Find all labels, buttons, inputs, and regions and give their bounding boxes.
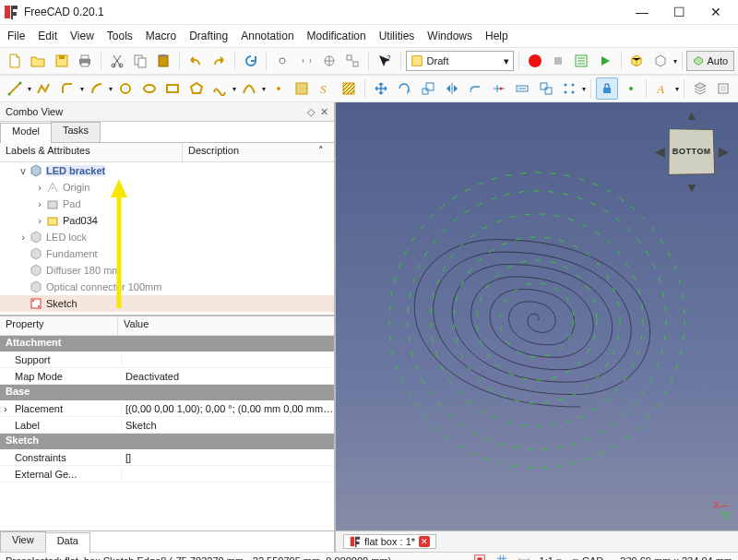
menu-macro[interactable]: Macro [146,30,176,42]
prop-col-property[interactable]: Property [0,316,118,335]
tree-item-pad034[interactable]: ›Pad034 [0,212,334,229]
copy-icon[interactable] [129,50,150,72]
move-icon[interactable] [370,77,392,100]
scale-icon[interactable] [417,77,439,100]
clone-icon[interactable] [535,77,557,100]
tab-model[interactable]: Model [0,123,52,143]
offset-icon[interactable] [464,77,486,100]
import-link-icon[interactable] [318,50,339,72]
whats-this-icon[interactable]: ? [374,50,395,72]
tree-scroll-up[interactable]: ˄ [308,143,334,161]
hatch-icon[interactable] [339,77,361,100]
tree-item-led-lock[interactable]: ›LED lock [0,229,334,245]
menu-drafting[interactable]: Drafting [189,30,228,42]
bezier-icon[interactable] [238,77,260,100]
rotate-icon[interactable] [394,77,416,100]
tree-item-optical-connector[interactable]: Optical connector 100mm [0,279,334,295]
cut-icon[interactable] [106,50,127,72]
circle-icon[interactable] [114,77,137,100]
menu-utilities[interactable]: Utilities [379,30,415,42]
menu-annotation[interactable]: Annotation [241,30,293,42]
unlink-icon[interactable] [295,50,316,72]
tree-item-pad[interactable]: ›Pad [0,196,334,212]
prop-row-label[interactable]: LabelSketch [0,417,334,434]
print-icon[interactable] [74,50,95,72]
link-icon[interactable] [271,50,292,72]
wire-icon[interactable] [33,77,55,100]
undock-icon[interactable]: ◇ [307,106,315,118]
prop-row-placement[interactable]: Placement[(0,00 0,00 1,00); 0,00 °; (0,0… [0,400,334,417]
tree-item-led-bracket[interactable]: vLED bracket [0,162,334,179]
status-grid-icon[interactable] [495,554,508,560]
snap-lock-icon[interactable] [596,77,618,100]
prop-row-support[interactable]: Support [0,351,334,368]
navigation-cube[interactable]: ▲ ◀ BOTTOM ▶ ▼ [655,108,729,195]
ellipse-icon[interactable] [138,77,161,100]
nav-cube-face[interactable]: BOTTOM [668,128,715,175]
nav-cube-up-icon[interactable]: ▲ [655,108,729,123]
macro-record-icon[interactable] [524,50,545,72]
prop-row-external-geom[interactable]: External Ge... [0,466,334,483]
tree-col-description[interactable]: Description [183,143,308,161]
nav-cube-right-icon[interactable]: ▶ [719,144,729,159]
macro-stop-icon[interactable] [547,50,568,72]
menu-edit[interactable]: Edit [38,30,57,42]
bspline-icon[interactable] [209,77,232,100]
layer-icon[interactable] [689,77,711,100]
menu-file[interactable]: File [7,30,25,42]
undo-icon[interactable] [184,50,206,72]
nav-cube-left-icon[interactable]: ◀ [655,144,665,159]
redo-icon[interactable] [208,50,230,72]
shapestring-icon[interactable]: S [315,77,337,100]
save-icon[interactable] [51,50,72,72]
menu-modification[interactable]: Modification [307,30,366,42]
document-tab[interactable]: flat box : 1* ✕ [343,534,436,549]
tree-item-sketch[interactable]: Sketch [0,295,334,312]
fillet-icon[interactable] [56,77,78,100]
box-icon[interactable] [626,50,648,72]
rectangle-icon[interactable] [161,77,184,100]
close-button[interactable]: ✕ [697,0,734,24]
menu-view[interactable]: View [70,30,94,42]
snap-endpoint-icon[interactable] [620,77,642,100]
text-icon[interactable]: A [651,77,673,100]
status-scope-icon[interactable] [473,554,486,560]
open-file-icon[interactable] [27,50,48,72]
polygon-icon[interactable] [185,77,208,100]
chevron-down-icon[interactable]: ▾ [673,57,677,66]
status-nav-style[interactable]: ⬭ CAD ▾ [571,555,611,561]
panel-close-icon[interactable]: ✕ [320,106,328,118]
tree-item-fundament[interactable]: Fundament [0,245,334,262]
line-icon[interactable] [4,77,26,100]
refresh-icon[interactable] [240,50,261,72]
arc-icon[interactable] [86,77,108,100]
tree-item-diffuser[interactable]: Diffuser 180 mm [0,262,334,279]
tab-tasks[interactable]: Tasks [51,122,101,142]
point-icon[interactable] [268,77,290,100]
ortho-array-icon[interactable] [559,77,581,100]
facebinder-icon[interactable] [291,77,313,100]
minimize-button[interactable]: — [624,0,661,24]
nav-cube-down-icon[interactable]: ▼ [655,180,729,195]
trimex-icon[interactable] [488,77,510,100]
link-group-icon[interactable] [342,50,363,72]
prop-col-value[interactable]: Value [118,316,154,335]
menu-tools[interactable]: Tools [107,30,133,42]
macro-play-icon[interactable] [594,50,615,72]
status-zoom[interactable]: 1:1 ▾ [540,555,562,561]
paste-icon[interactable] [153,50,174,72]
menu-help[interactable]: Help [485,30,508,42]
tab-data[interactable]: Data [45,532,90,553]
new-file-icon[interactable] [4,50,25,72]
tree-body[interactable]: vLED bracket ›Origin ›Pad ›Pad034 ›LED l… [0,162,334,316]
auto-group-button[interactable]: Auto [686,51,734,71]
workbench-selector[interactable]: Draft ▾ [406,51,514,71]
tab-view[interactable]: View [0,531,46,552]
tree-col-labels[interactable]: Labels & Attributes [0,143,183,161]
viewport-3d[interactable]: ▲ ◀ BOTTOM ▶ ▼ X— Y| flat box : 1* ✕ [336,102,738,552]
maximize-button[interactable]: ☐ [661,0,697,24]
draw-style-icon[interactable] [649,50,671,72]
menu-windows[interactable]: Windows [427,30,472,42]
status-dimension-icon[interactable] [518,554,530,560]
close-tab-icon[interactable]: ✕ [419,536,430,547]
